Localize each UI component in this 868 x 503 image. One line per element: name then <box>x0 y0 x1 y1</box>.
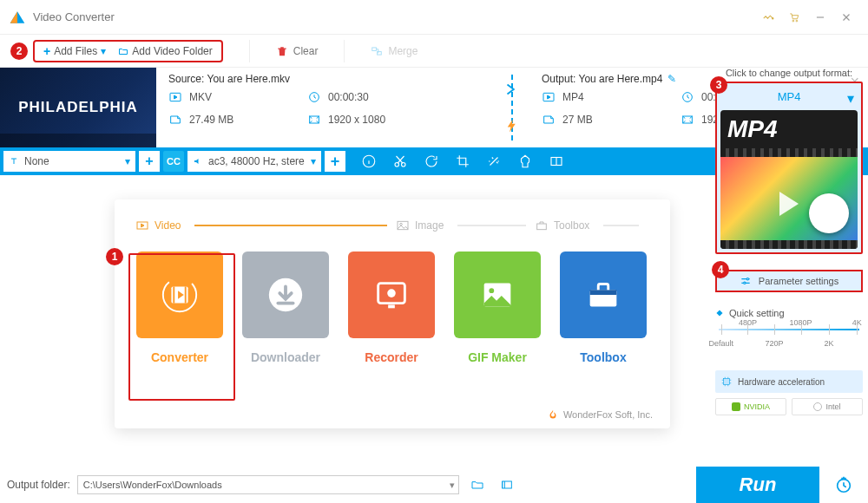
source-info: Source: You are Here.mkv MKV 00:00:30 27… <box>156 68 495 147</box>
tool-downloader[interactable]: Downloader <box>241 252 330 364</box>
svg-rect-6 <box>372 47 377 50</box>
cut-icon[interactable] <box>387 148 413 174</box>
subtitle-select[interactable]: None ▾ <box>3 151 135 172</box>
nvidia-badge: NVIDIA <box>715 398 786 415</box>
svg-point-34 <box>746 278 748 280</box>
minimize-button[interactable] <box>807 4 833 30</box>
svg-rect-24 <box>173 286 174 303</box>
svg-rect-37 <box>724 379 730 385</box>
svg-point-2 <box>796 20 798 22</box>
app-title: Video Converter <box>33 10 115 23</box>
main-toolbar: 2 + Add Files ▾ Add Video Folder Clear M… <box>0 35 868 68</box>
add-files-button[interactable]: + Add Files ▾ <box>40 44 109 58</box>
app-logo-icon <box>9 9 26 26</box>
source-label: Source: You are Here.mkv <box>168 73 483 85</box>
conversion-arrow <box>495 68 529 147</box>
edit-name-icon[interactable]: ✎ <box>667 73 676 85</box>
cc-button[interactable]: CC <box>163 151 184 172</box>
video-format-icon <box>168 90 182 104</box>
speaker-icon <box>193 156 203 167</box>
callout-badge-2: 2 <box>10 42 28 60</box>
intel-badge: Intel <box>792 398 863 415</box>
rotate-icon[interactable] <box>418 148 444 174</box>
video-format-icon <box>542 90 556 104</box>
svg-rect-33 <box>590 290 617 295</box>
format-thumbnail: MP4 <box>720 110 858 249</box>
svg-point-28 <box>387 289 396 297</box>
callout-badge-3: 3 <box>710 76 727 94</box>
callout-badge-4: 4 <box>712 261 729 278</box>
tab-image[interactable]: Image <box>396 219 526 232</box>
plus-icon: + <box>43 44 50 58</box>
svg-rect-38 <box>502 481 511 488</box>
output-folder-label: Output folder: <box>7 479 70 491</box>
diamond-icon <box>715 309 724 317</box>
open-folder-button[interactable] <box>496 475 518 494</box>
tool-converter[interactable]: Converter <box>135 252 224 364</box>
svg-point-1 <box>792 20 794 22</box>
filesize-icon <box>168 113 182 127</box>
chevron-down-icon: ▾ <box>101 45 106 57</box>
schedule-button[interactable] <box>826 467 861 502</box>
lightning-icon <box>504 118 520 134</box>
close-button[interactable] <box>833 4 859 30</box>
title-bar: Video Converter <box>0 0 868 35</box>
clock-icon <box>307 90 321 104</box>
svg-rect-19 <box>398 221 408 229</box>
text-icon <box>9 156 19 167</box>
flame-icon <box>548 409 558 420</box>
add-audio-button[interactable]: + <box>325 151 345 172</box>
merge-button[interactable]: Merge <box>371 45 418 57</box>
tool-recorder[interactable]: Recorder <box>347 252 436 364</box>
effects-icon[interactable] <box>481 148 507 174</box>
parameter-settings-button[interactable]: 4 Parameter settings <box>715 270 863 292</box>
play-icon <box>779 192 799 216</box>
tool-toolbox[interactable]: Toolbox <box>559 252 648 364</box>
chevron-down-icon: ▾ <box>125 155 130 167</box>
svg-point-0 <box>773 17 773 18</box>
svg-rect-29 <box>388 305 395 309</box>
add-folder-button[interactable]: Add Video Folder <box>115 45 216 57</box>
chevron-down-icon: ▾ <box>847 90 854 107</box>
chevron-down-icon: ▾ <box>450 480 455 491</box>
quality-slider[interactable]: 480P 1080P 4K Default 720P 2K <box>715 329 863 358</box>
dimensions-icon <box>681 113 694 127</box>
tab-toolbox[interactable]: Toolbox <box>535 219 639 232</box>
hardware-accel-button[interactable]: Hardware acceleration <box>715 370 863 393</box>
split-icon[interactable] <box>543 148 569 174</box>
callout-badge-1: 1 <box>106 248 123 265</box>
svg-rect-36 <box>716 310 722 316</box>
format-selector[interactable]: 3 MP4 ▾ MP4 <box>715 82 863 254</box>
add-subtitle-button[interactable]: + <box>139 151 160 172</box>
run-button[interactable]: Run <box>696 467 819 503</box>
output-format-panel: Click to change output format: 3 MP4 ▾ M… <box>715 68 863 415</box>
clear-button[interactable]: Clear <box>276 45 319 57</box>
svg-rect-25 <box>185 286 187 303</box>
output-folder-path[interactable]: C:\Users\WonderFox\Downloads ▾ <box>77 475 459 494</box>
upgrade-icon[interactable] <box>755 4 781 30</box>
format-hint: Click to change output format: <box>715 68 863 78</box>
svg-rect-21 <box>537 224 547 230</box>
tool-gifmaker[interactable]: GIF Maker <box>453 252 542 364</box>
bottom-bar: Output folder: C:\Users\WonderFox\Downlo… <box>0 467 868 503</box>
panel-footer: WonderFox Soft, Inc. <box>548 409 653 420</box>
svg-point-31 <box>489 288 494 293</box>
browse-folder-button[interactable] <box>466 475 489 494</box>
crop-icon[interactable] <box>450 148 476 174</box>
info-icon[interactable] <box>356 148 382 174</box>
svg-point-35 <box>743 282 745 284</box>
chip-icon <box>720 376 733 388</box>
merge-icon <box>371 45 383 57</box>
watermark-icon[interactable] <box>512 148 538 174</box>
dimensions-icon <box>307 113 321 127</box>
tab-video[interactable]: Video <box>135 219 387 232</box>
tool-panel: Video Image Toolbox Converter Downloader… <box>115 199 670 428</box>
clock-icon <box>681 90 694 104</box>
audio-select[interactable]: ac3, 48000 Hz, stere ▾ <box>187 151 321 172</box>
video-thumbnail[interactable]: PHILADELPHIA <box>0 68 156 147</box>
filesize-icon <box>542 113 556 127</box>
trash-icon <box>276 45 288 57</box>
cart-icon[interactable] <box>781 4 807 30</box>
folder-icon <box>118 46 128 56</box>
add-group: + Add Files ▾ Add Video Folder <box>33 40 223 62</box>
